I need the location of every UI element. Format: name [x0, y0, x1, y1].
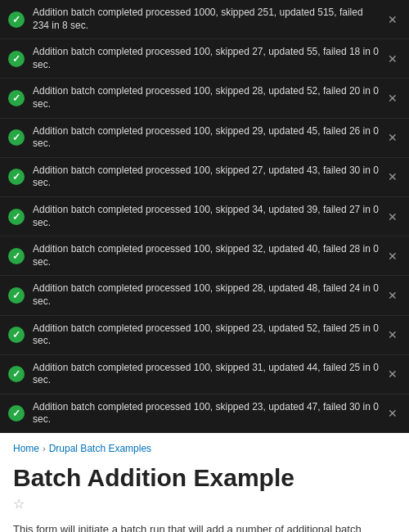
check-icon: ✓	[8, 287, 25, 304]
breadcrumb-home-link[interactable]: Home	[13, 443, 39, 454]
notification-text: Addition batch completed processed 100, …	[33, 85, 380, 110]
page-title: Batch Addition Example	[13, 464, 396, 491]
check-icon: ✓	[8, 209, 25, 225]
check-icon: ✓	[8, 11, 25, 28]
check-icon: ✓	[8, 327, 25, 343]
notification-item: ✓Addition batch completed processed 100,…	[0, 119, 409, 158]
page-description: This form will initiate a batch run that…	[13, 521, 373, 532]
close-icon[interactable]: ✕	[384, 250, 401, 263]
close-icon[interactable]: ✕	[384, 210, 401, 223]
notification-text: Addition batch completed processed 100, …	[33, 243, 380, 268]
notification-text: Addition batch completed processed 1000,…	[33, 7, 380, 32]
notification-text: Addition batch completed processed 100, …	[33, 165, 380, 190]
breadcrumb: Home › Drupal Batch Examples	[13, 443, 396, 454]
breadcrumb-separator: ›	[43, 444, 46, 453]
notification-text: Addition batch completed processed 100, …	[33, 125, 380, 151]
notification-text: Addition batch completed processed 100, …	[33, 204, 380, 229]
close-icon[interactable]: ✕	[384, 289, 401, 302]
check-icon: ✓	[8, 51, 25, 67]
close-icon[interactable]: ✕	[384, 328, 401, 341]
notification-item: ✓Addition batch completed processed 100,…	[0, 276, 409, 315]
notification-item: ✓Addition batch completed processed 100,…	[0, 237, 409, 276]
notification-text: Addition batch completed processed 100, …	[33, 401, 380, 426]
notification-item: ✓Addition batch completed processed 1000…	[0, 0, 409, 39]
notification-item: ✓Addition batch completed processed 100,…	[0, 39, 409, 79]
check-icon: ✓	[8, 129, 25, 146]
close-icon[interactable]: ✕	[384, 407, 401, 420]
notification-item: ✓Addition batch completed processed 100,…	[0, 79, 409, 118]
notification-item: ✓Addition batch completed processed 100,…	[0, 394, 409, 433]
notification-text: Addition batch completed processed 100, …	[33, 282, 380, 308]
close-icon[interactable]: ✕	[384, 367, 401, 381]
close-icon[interactable]: ✕	[384, 170, 401, 183]
check-icon: ✓	[8, 405, 25, 422]
notification-item: ✓Addition batch completed processed 100,…	[0, 316, 409, 355]
check-icon: ✓	[8, 248, 25, 264]
close-icon[interactable]: ✕	[384, 92, 401, 105]
close-icon[interactable]: ✕	[384, 52, 401, 65]
notification-text: Addition batch completed processed 100, …	[33, 362, 380, 387]
notification-text: Addition batch completed processed 100, …	[33, 322, 380, 348]
notification-item: ✓Addition batch completed processed 100,…	[0, 197, 409, 237]
page-content: Home › Drupal Batch Examples Batch Addit…	[0, 433, 409, 532]
notification-item: ✓Addition batch completed processed 100,…	[0, 355, 409, 394]
close-icon[interactable]: ✕	[384, 13, 401, 26]
notification-text: Addition batch completed processed 100, …	[33, 46, 380, 71]
check-icon: ✓	[8, 366, 25, 382]
star-icon[interactable]: ☆	[13, 496, 396, 512]
check-icon: ✓	[8, 90, 25, 106]
notification-item: ✓Addition batch completed processed 100,…	[0, 158, 409, 197]
close-icon[interactable]: ✕	[384, 131, 401, 144]
breadcrumb-current-link[interactable]: Drupal Batch Examples	[49, 443, 151, 454]
check-icon: ✓	[8, 169, 25, 185]
notifications-container: ✓Addition batch completed processed 1000…	[0, 0, 409, 433]
